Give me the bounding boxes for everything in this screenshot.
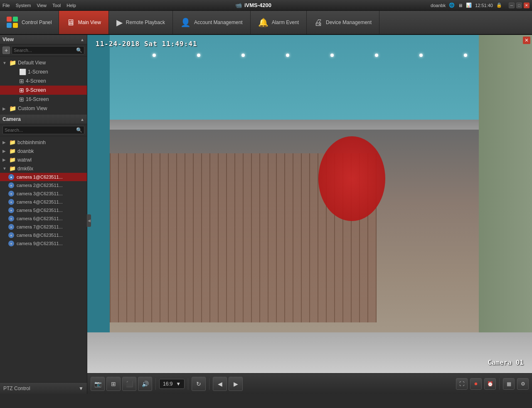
grid-button[interactable]: ⊞ xyxy=(106,377,121,391)
alarm-icon: 🔔 xyxy=(258,17,268,27)
camera-item-9[interactable]: ● camera 9@C623511... xyxy=(0,239,87,248)
titlebar: File System View Tool Help 📹 iVMS-4200 d… xyxy=(0,0,532,11)
maximize-button[interactable]: □ xyxy=(516,2,522,8)
tree-custom-view[interactable]: ▶ 📁 Custom View xyxy=(0,104,87,113)
tab-control-panel-label: Control Panel xyxy=(22,20,52,25)
menu-system[interactable]: System xyxy=(16,3,31,8)
custom-view-icon: 📁 xyxy=(9,105,16,112)
tab-device-management-label: Device Management xyxy=(326,20,372,25)
video-container[interactable]: 11-24-2018 Sat 11:49:41 Camera 01 xyxy=(87,35,532,373)
view-search-box[interactable]: 🔍 xyxy=(12,46,84,54)
camera-item-4[interactable]: ● camera 4@C623511... xyxy=(0,198,87,206)
tree-9screen[interactable]: ⊞ 9-Screen xyxy=(0,86,87,95)
video-timestamp: 11-24-2018 Sat 11:49:41 xyxy=(96,40,197,48)
camera-search-icon[interactable]: 🔍 xyxy=(76,127,82,133)
camera-status-dot-8: ● xyxy=(8,232,14,238)
ratio-dropdown[interactable]: 16:9 ▼ xyxy=(159,379,185,389)
camera-item-7[interactable]: ● camera 7@C623511... xyxy=(0,223,87,231)
video-area: ✕ xyxy=(87,35,532,394)
view-search-input[interactable] xyxy=(14,48,76,53)
camera-label-6: camera 6@C623511... xyxy=(17,216,63,221)
add-view-button[interactable]: + xyxy=(2,47,10,54)
minimize-button[interactable]: ─ xyxy=(509,2,515,8)
close-button[interactable]: ✕ xyxy=(524,2,530,8)
prev-button[interactable]: ◀ xyxy=(213,377,227,391)
ptz-bar: PTZ Control ▼ xyxy=(0,382,87,394)
next-button[interactable]: ▶ xyxy=(229,377,243,391)
tree-default-view[interactable]: ▼ 📁 Default View xyxy=(0,58,87,67)
camera-label-7: camera 7@C623511... xyxy=(17,224,63,229)
screen1-label: 1-Screen xyxy=(28,69,48,75)
tree-16screen[interactable]: ⊞ 16-Screen xyxy=(0,95,87,104)
screen4-icon: ⊞ xyxy=(19,78,24,84)
menu-file[interactable]: File xyxy=(2,3,10,8)
main-view-icon: 🖥 xyxy=(66,18,75,27)
folder-icon-watrwl: 📁 xyxy=(9,157,16,163)
camera-label-9: camera 9@C623511... xyxy=(17,241,63,246)
tab-main-view[interactable]: 🖥 Main View xyxy=(59,11,109,34)
alarm-toolbar-button[interactable]: ⏰ xyxy=(484,378,496,390)
tab-alarm-event-label: Alarm Event xyxy=(272,20,299,25)
camera-group-dmk6lx[interactable]: ▼ 📁 dmk6lx xyxy=(0,164,87,173)
camera-label-2: camera 2@C623511... xyxy=(17,183,63,188)
monitor-icon: 📊 xyxy=(466,2,472,8)
camera-search-box[interactable]: 🔍 xyxy=(2,126,84,134)
camera-status-dot-9: ● xyxy=(8,241,14,246)
record-button[interactable]: ⏺ xyxy=(470,378,482,390)
device-icon: 🖨 xyxy=(314,18,323,27)
view-toolbar: + 🔍 xyxy=(0,44,87,57)
ratio-value: 16:9 xyxy=(163,381,172,387)
folder-icon-dmk6lx: 📁 xyxy=(9,165,16,172)
store-simulation xyxy=(87,35,532,373)
menu-view[interactable]: View xyxy=(37,3,47,8)
video-close-button[interactable]: ✕ xyxy=(523,37,530,44)
tab-alarm-event[interactable]: 🔔 Alarm Event xyxy=(251,11,307,34)
cpu-icon: 🖥 xyxy=(458,3,463,8)
view-search-icon[interactable]: 🔍 xyxy=(76,47,82,53)
capture-button[interactable]: 📷 xyxy=(91,377,105,391)
globe-icon: 🌐 xyxy=(449,2,455,8)
tree-arrow-custom: ▶ xyxy=(2,106,7,111)
camera-item-8[interactable]: ● camera 8@C623511... xyxy=(0,231,87,239)
menu-help[interactable]: Help xyxy=(66,3,76,8)
tab-remote-playback[interactable]: ▶ Remote Playback xyxy=(109,11,173,34)
toolbar-separator-right xyxy=(499,378,500,390)
camera-item-3[interactable]: ● camera 3@C623511... xyxy=(0,189,87,198)
camera-section-header[interactable]: Camera ▲ xyxy=(0,115,87,124)
fullscreen-button[interactable]: ⛶ xyxy=(456,378,468,390)
camera-group-watrwl[interactable]: ▶ 📁 watrwl xyxy=(0,155,87,164)
view-tree: ▼ 📁 Default View ⬜ 1-Screen ⊞ 4-Screen ⊞ xyxy=(0,57,87,115)
camera-section: Camera ▲ 🔍 ▶ 📁 bchbinhminh ▶ 📁 xyxy=(0,115,87,382)
tab-remote-playback-label: Remote Playback xyxy=(126,20,165,25)
camera-label-3: camera 3@C623511... xyxy=(17,191,63,196)
menu-tool[interactable]: Tool xyxy=(52,3,61,8)
sidebar-collapse-button[interactable]: ◀ xyxy=(87,214,91,227)
group-bchbinhminh-label: bchbinhminh xyxy=(17,140,46,145)
tab-account-management[interactable]: 👤 Account Management xyxy=(173,11,251,34)
toolbar-right: ⛶ ⏺ ⏰ ▦ ⚙ xyxy=(456,378,529,390)
camera-item-1[interactable]: ● camera 1@C623511... xyxy=(0,173,87,181)
camera-group-bchbinhminh[interactable]: ▶ 📁 bchbinhminh xyxy=(0,138,87,147)
view-section-arrow: ▲ xyxy=(80,37,84,42)
account-icon: 👤 xyxy=(180,17,191,27)
tab-control-panel[interactable]: Control Panel xyxy=(0,11,59,34)
camera-group-doanbk[interactable]: ▶ 📁 doanbk xyxy=(0,147,87,155)
camera-search-input[interactable] xyxy=(5,128,76,133)
tab-device-management[interactable]: 🖨 Device Management xyxy=(307,11,379,34)
camera-item-5[interactable]: ● camera 5@C623511... xyxy=(0,206,87,214)
tree-1screen[interactable]: ⬜ 1-Screen xyxy=(0,67,87,76)
view-section-title: View xyxy=(2,37,14,42)
camera-section-arrow: ▲ xyxy=(80,117,84,122)
tree-4screen[interactable]: ⊞ 4-Screen xyxy=(0,76,87,86)
camera-label-8: camera 8@C623511... xyxy=(17,233,63,238)
view-section-header[interactable]: View ▲ xyxy=(0,35,87,44)
camera-item-6[interactable]: ● camera 6@C623511... xyxy=(0,214,87,223)
camera-item-2[interactable]: ● camera 2@C623511... xyxy=(0,181,87,189)
volume-button[interactable]: 🔊 xyxy=(138,377,152,391)
default-view-icon: 📁 xyxy=(9,59,16,66)
settings-toolbar-button[interactable]: ⚙ xyxy=(517,378,529,390)
stop-button[interactable]: ⬛ xyxy=(122,377,136,391)
layout-button[interactable]: ▦ xyxy=(503,378,515,390)
ptz-label: PTZ Control xyxy=(3,386,30,391)
refresh-button[interactable]: ↻ xyxy=(192,377,206,391)
